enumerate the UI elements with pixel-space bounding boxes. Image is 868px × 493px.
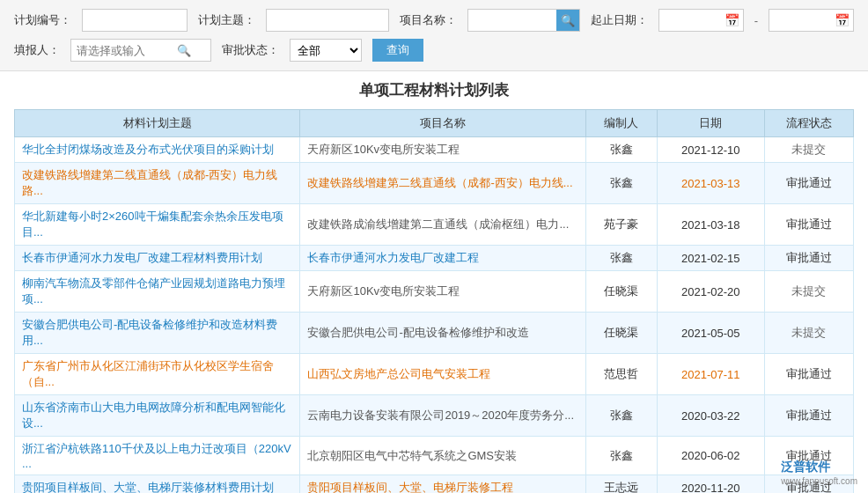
author-cell: 张鑫: [585, 163, 657, 204]
author-cell: 王志远: [585, 475, 657, 494]
query-button[interactable]: 查询: [372, 39, 423, 62]
table-row: 广东省广州市从化区江浦街环市从化校区学生宿舍（自... 山西弘文房地产总公司电气…: [15, 354, 854, 395]
theme-link[interactable]: 山东省济南市山大电力电网故障分析和配电网智能化设...: [22, 401, 285, 430]
plan-no-input[interactable]: [82, 9, 188, 32]
date-cell: 2020-11-20: [657, 475, 764, 494]
project-link[interactable]: 山西弘文房地产总公司电气安装工程: [307, 367, 490, 380]
author-cell: 张鑫: [585, 395, 657, 437]
theme-link[interactable]: 改建铁路线增建第二线直通线（成都-西安）电力线路...: [22, 168, 277, 197]
start-date-label: 起止日期：: [591, 12, 648, 28]
status-cell: 审批通过: [764, 395, 853, 437]
table-row: 长春市伊通河水力发电厂改建工程材料费用计划 长春市伊通河水力发电厂改建工程 张鑫…: [15, 246, 854, 271]
status-cell: 审批通过: [764, 163, 853, 204]
date-cell: 2021-02-20: [657, 271, 764, 313]
project-link[interactable]: 改建铁路线增建第二线直通线（成都-西安）电力线...: [307, 176, 572, 189]
status-cell: 未提交: [764, 271, 853, 313]
end-date-input[interactable]: 📅: [769, 9, 854, 32]
plan-no-label: 计划编号：: [14, 12, 71, 28]
end-calendar-icon[interactable]: 📅: [835, 13, 850, 27]
plan-theme-input[interactable]: [266, 9, 389, 32]
author-search-icon[interactable]: 🔍: [177, 44, 195, 57]
author-cell: 范思哲: [585, 354, 657, 395]
date-cell: 2021-07-11: [657, 354, 764, 395]
date-cell: 2021-03-13: [657, 163, 764, 204]
date-cell: 2021-05-05: [657, 313, 764, 354]
status-cell: 审批通过: [764, 354, 853, 395]
theme-link[interactable]: 华北新建每小时2×260吨干煸集配套余热余压发电项目...: [22, 210, 283, 239]
data-table: 材料计划主题 项目名称 编制人 日期 流程状态 华北全封闭煤场改造及分布式光伏项…: [14, 109, 854, 493]
project-name-field: 电 🔍: [467, 9, 580, 32]
date-separator: -: [754, 14, 758, 27]
project-link[interactable]: 长春市伊通河水力发电厂改建工程: [307, 251, 479, 264]
project-link[interactable]: 改建铁路成渝线增建第二直通线（成渝枢纽）电力...: [307, 217, 569, 231]
author-label: 填报人：: [14, 42, 60, 58]
search-row-1: 计划编号： 计划主题： 项目名称： 电 🔍 起止日期： 📅 - 📅: [14, 9, 854, 32]
search-bar: 计划编号： 计划主题： 项目名称： 电 🔍 起止日期： 📅 - 📅 填报人：: [0, 0, 868, 71]
theme-link[interactable]: 贵阳项目样板间、大堂、电梯厅装修材料费用计划: [22, 481, 274, 493]
start-calendar-icon[interactable]: 📅: [725, 13, 739, 27]
theme-link[interactable]: 浙江省沪杭铁路110千伏及以上电力迁改项目（220kV ...: [22, 442, 291, 470]
date-cell: 2021-02-15: [657, 246, 764, 271]
author-input[interactable]: [71, 41, 177, 60]
table-row: 贵阳项目样板间、大堂、电梯厅装修材料费用计划 贵阳项目样板间、大堂、电梯厅装修工…: [15, 475, 854, 494]
project-search-button[interactable]: 🔍: [556, 10, 579, 31]
project-link[interactable]: 贵阳项目样板间、大堂、电梯厅装修工程: [307, 481, 513, 493]
date-cell: 2020-06-02: [657, 437, 764, 475]
project-name-input[interactable]: 电: [468, 11, 556, 30]
theme-link[interactable]: 柳南汽车物流及零部件仓储产业园规划道路电力预埋项...: [22, 276, 285, 305]
project-link[interactable]: 天府新区10Kv变电所安装工程: [307, 284, 460, 298]
author-cell: 张鑫: [585, 137, 657, 163]
project-link[interactable]: 云南电力设备安装有限公司2019～2020年度劳务分...: [307, 408, 574, 422]
table-row: 安徽合肥供电公司-配电设备检修维护和改造材料费用... 安徽合肥供电公司-配电设…: [15, 313, 854, 354]
author-cell: 苑子豪: [585, 204, 657, 246]
plan-theme-label: 计划主题：: [198, 12, 255, 28]
th-date: 日期: [657, 110, 764, 137]
approval-select-group: 全部 未提交 审批通过 审批中: [290, 39, 362, 62]
page-title: 单项工程材料计划列表: [14, 80, 854, 100]
project-link[interactable]: 天府新区10Kv变电所安装工程: [307, 143, 460, 156]
start-date-input[interactable]: 📅: [658, 9, 744, 32]
theme-link[interactable]: 华北全封闭煤场改造及分布式光伏项目的采购计划: [22, 143, 274, 156]
date-cell: 2020-03-22: [657, 395, 764, 437]
status-cell: 未提交: [764, 313, 853, 354]
table-row: 华北新建每小时2×260吨干煸集配套余热余压发电项目... 改建铁路成渝线增建第…: [15, 204, 854, 246]
th-project: 项目名称: [300, 110, 585, 137]
project-link[interactable]: 北京朝阳区电气中芯特气系统之GMS安装: [307, 449, 517, 462]
th-status: 流程状态: [764, 110, 853, 137]
project-name-label: 项目名称：: [400, 12, 457, 28]
approval-label: 审批状态：: [222, 42, 279, 58]
th-author: 编制人: [585, 110, 657, 137]
status-cell: 审批通过: [764, 204, 853, 246]
table-row: 柳南汽车物流及零部件仓储产业园规划道路电力预埋项... 天府新区10Kv变电所安…: [15, 271, 854, 313]
status-cell: 未提交: [764, 137, 853, 163]
th-theme: 材料计划主题: [15, 110, 300, 137]
author-cell: 任晓渠: [585, 313, 657, 354]
author-field: 🔍: [70, 39, 211, 62]
author-cell: 张鑫: [585, 437, 657, 475]
footer-logo: 泛普软件 www.fanpusoft.com: [781, 460, 857, 486]
theme-link[interactable]: 安徽合肥供电公司-配电设备检修维护和改造材料费用...: [22, 318, 277, 347]
theme-link[interactable]: 广东省广州市从化区江浦街环市从化校区学生宿舍（自...: [22, 359, 274, 388]
main-content: 单项工程材料计划列表 材料计划主题 项目名称 编制人 日期 流程状态 华北全封闭…: [0, 71, 868, 493]
theme-link[interactable]: 长春市伊通河水力发电厂改建工程材料费用计划: [22, 251, 262, 264]
table-row: 浙江省沪杭铁路110千伏及以上电力迁改项目（220kV ... 北京朝阳区电气中…: [15, 437, 854, 475]
date-cell: 2021-03-18: [657, 204, 764, 246]
author-cell: 任晓渠: [585, 271, 657, 313]
brand-url: www.fanpusoft.com: [781, 476, 857, 486]
table-row: 华北全封闭煤场改造及分布式光伏项目的采购计划 天府新区10Kv变电所安装工程 张…: [15, 137, 854, 163]
search-row-2: 填报人： 🔍 审批状态： 全部 未提交 审批通过 审批中 查询: [14, 39, 854, 62]
brand-name: 泛普软件: [781, 460, 830, 474]
project-link[interactable]: 安徽合肥供电公司-配电设备检修维护和改造: [307, 326, 528, 339]
author-cell: 张鑫: [585, 246, 657, 271]
table-row: 改建铁路线增建第二线直通线（成都-西安）电力线路... 改建铁路线增建第二线直通…: [15, 163, 854, 204]
table-header-row: 材料计划主题 项目名称 编制人 日期 流程状态: [15, 110, 854, 137]
date-cell: 2021-12-10: [657, 137, 764, 163]
status-cell: 审批通过: [764, 246, 853, 271]
approval-select[interactable]: 全部 未提交 审批通过 审批中: [291, 40, 361, 61]
table-row: 山东省济南市山大电力电网故障分析和配电网智能化设... 云南电力设备安装有限公司…: [15, 395, 854, 437]
